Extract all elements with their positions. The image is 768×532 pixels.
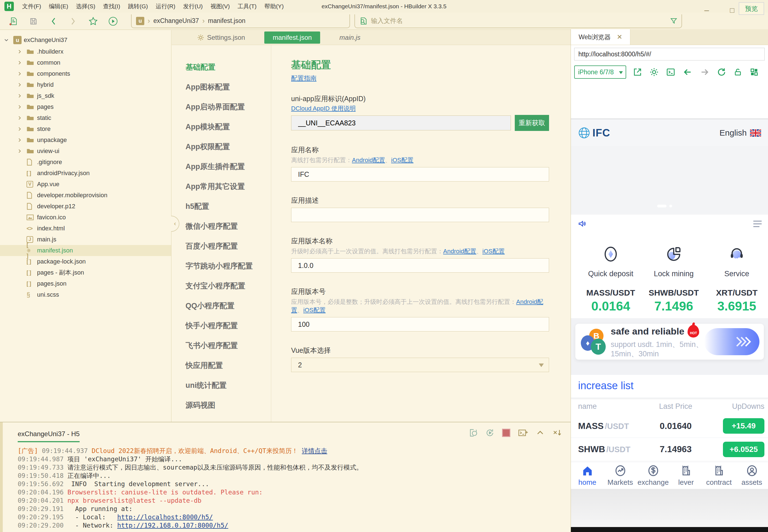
tree-item[interactable]: unpackage xyxy=(0,135,171,146)
feature-column[interactable]: Service XRT/USDT 3.6915 0.40% xyxy=(705,245,768,326)
tree-item[interactable]: .hbuilderx xyxy=(0,46,171,57)
tree-item[interactable]: [ ] androidPrivacy.json xyxy=(0,168,171,179)
bookmark-star-button[interactable] xyxy=(87,17,99,26)
bottom-nav-lever[interactable]: lever xyxy=(670,462,703,489)
settings-gear-icon[interactable] xyxy=(650,67,659,77)
unlock-icon[interactable] xyxy=(733,67,742,77)
manifest-nav-item[interactable]: 飞书小程序配置 xyxy=(185,341,271,360)
tree-item[interactable]: .gitignore xyxy=(0,157,171,168)
menu-item[interactable]: 文件(F) xyxy=(18,1,45,11)
manifest-nav-item[interactable]: App权限配置 xyxy=(185,142,271,162)
manifest-nav-item[interactable]: App模块配置 xyxy=(185,122,271,142)
collapse-icon[interactable] xyxy=(536,428,544,437)
editor-tab[interactable]: main.js xyxy=(331,30,369,45)
browser-tab[interactable]: Web浏览器 ✕ xyxy=(571,29,630,45)
tree-item[interactable]: V App.vue xyxy=(0,179,171,190)
close-icon[interactable]: ✕ xyxy=(617,33,622,41)
table-row[interactable]: SHWB /USDT 7.14963 +6.0525 xyxy=(571,438,768,461)
manifest-nav-item[interactable]: App常用其它设置 xyxy=(185,181,271,201)
menu-item[interactable]: 运行(R) xyxy=(152,1,179,11)
save-button[interactable] xyxy=(27,17,40,25)
tree-item[interactable]: [ ] pages - 副本.json xyxy=(0,267,171,278)
vue-version-select[interactable]: 2 xyxy=(291,358,549,372)
devtools-icon[interactable] xyxy=(666,67,675,77)
bottom-nav-Markets[interactable]: Markets xyxy=(604,462,637,489)
tree-item[interactable]: [ ] pages.json xyxy=(0,278,171,289)
bottom-nav-home[interactable]: home xyxy=(571,462,604,489)
manifest-nav-item[interactable]: 微信小程序配置 xyxy=(185,221,271,241)
ios-config-link[interactable]: iOS配置 xyxy=(303,307,326,314)
manifest-nav-item[interactable]: 快手小程序配置 xyxy=(185,321,271,341)
manifest-nav-item[interactable]: 支付宝小程序配置 xyxy=(185,281,271,301)
breadcrumb[interactable]: u › exChangeUni37 › manifest.json xyxy=(131,14,350,28)
refresh-icon[interactable] xyxy=(717,67,726,77)
tree-item[interactable]: <> index.html xyxy=(0,223,171,234)
android-config-link[interactable]: Android配置 xyxy=(352,157,385,164)
run-button[interactable] xyxy=(107,17,119,26)
breadcrumb-project[interactable]: exChangeUni37 xyxy=(153,17,199,25)
tree-item[interactable]: developer.mobileprovision xyxy=(0,190,171,201)
ios-config-link[interactable]: iOS配置 xyxy=(482,248,505,255)
tree-item[interactable]: § uni.scss xyxy=(0,289,171,300)
manifest-nav-item[interactable]: uni统计配置 xyxy=(185,380,271,400)
tree-item[interactable]: hybrid xyxy=(0,79,171,90)
tree-root[interactable]: u exChangeUni37 xyxy=(0,34,171,46)
forward-arrow-icon[interactable] xyxy=(700,67,710,77)
tree-item[interactable]: developer.p12 xyxy=(0,201,171,212)
editor-tab[interactable]: manifest.json xyxy=(264,31,320,44)
console-tab[interactable]: exChangeUni37 - H5 xyxy=(18,430,80,442)
tree-item[interactable]: uview-ui xyxy=(0,146,171,157)
manifest-nav-item[interactable]: QQ小程序配置 xyxy=(185,301,271,321)
device-select[interactable]: iPhone 6/7/8 xyxy=(574,65,626,79)
manifest-nav-item[interactable]: h5配置 xyxy=(185,201,271,221)
appid-input[interactable] xyxy=(291,115,511,130)
breadcrumb-file[interactable]: manifest.json xyxy=(208,17,246,25)
menu-item[interactable]: 工具(T) xyxy=(234,1,261,11)
stop-icon[interactable] xyxy=(502,429,510,437)
app-name-input[interactable] xyxy=(291,167,549,181)
appid-doc-link[interactable]: DCloud AppID 使用说明 xyxy=(291,105,356,112)
menu-item[interactable]: 查找(I) xyxy=(99,1,124,11)
version-code-input[interactable] xyxy=(291,317,549,331)
language-switch[interactable]: English xyxy=(720,128,761,138)
restart-icon[interactable] xyxy=(485,428,494,437)
manifest-nav-item[interactable]: 基础配置 xyxy=(185,62,271,82)
console-link[interactable]: 详情点击 xyxy=(302,447,327,454)
android-config-link[interactable]: Android配置 xyxy=(443,248,476,255)
tree-item[interactable]: [ ] package-lock.json xyxy=(0,256,171,267)
tree-item[interactable]: js_sdk xyxy=(0,90,171,101)
config-guide-link[interactable]: 配置指南 xyxy=(291,74,317,83)
new-terminal-icon[interactable] xyxy=(518,428,528,437)
new-file-button[interactable] xyxy=(7,17,20,26)
banner-carousel[interactable] xyxy=(571,146,768,215)
manifest-nav-item[interactable]: 百度小程序配置 xyxy=(185,241,271,261)
tree-item[interactable]: [] manifest.json xyxy=(0,245,171,256)
manifest-nav-item[interactable]: 字节跳动小程序配置 xyxy=(185,261,271,281)
console-link[interactable]: http://192.168.0.107:8000/h5/ xyxy=(117,522,228,529)
version-name-input[interactable] xyxy=(291,258,549,273)
bottom-nav-assets[interactable]: assets xyxy=(735,462,768,489)
back-button[interactable] xyxy=(47,17,60,25)
back-arrow-icon[interactable] xyxy=(683,67,693,77)
ios-config-link[interactable]: iOS配置 xyxy=(391,157,414,164)
open-external-icon[interactable] xyxy=(633,67,642,77)
refresh-log-icon[interactable] xyxy=(469,428,478,437)
menu-item[interactable]: 帮助(Y) xyxy=(261,1,288,11)
manifest-nav-item[interactable]: App原生插件配置 xyxy=(185,162,271,181)
menu-item[interactable]: 编辑(E) xyxy=(45,1,72,11)
bottom-nav-exchange[interactable]: exchange xyxy=(637,462,670,489)
description-input[interactable] xyxy=(291,208,549,222)
tree-item[interactable]: common xyxy=(0,57,171,68)
file-search-input[interactable]: 输入文件名 xyxy=(354,14,682,28)
menu-item[interactable]: 发行(U) xyxy=(179,1,207,11)
bottom-nav-contract[interactable]: contract xyxy=(703,462,735,489)
menu-item[interactable]: 视图(V) xyxy=(207,1,234,11)
manifest-nav-item[interactable]: 源码视图 xyxy=(185,400,271,420)
forward-button[interactable] xyxy=(67,17,80,25)
tree-item[interactable]: pages xyxy=(0,101,171,112)
manifest-nav-item[interactable]: App图标配置 xyxy=(185,82,271,102)
manifest-nav-item[interactable]: App启动界面配置 xyxy=(185,102,271,122)
tree-item[interactable]: favicon.ico xyxy=(0,212,171,223)
tree-item[interactable]: store xyxy=(0,123,171,135)
table-row[interactable]: MASS /USDT 0.01640 +15.49 xyxy=(571,414,768,438)
